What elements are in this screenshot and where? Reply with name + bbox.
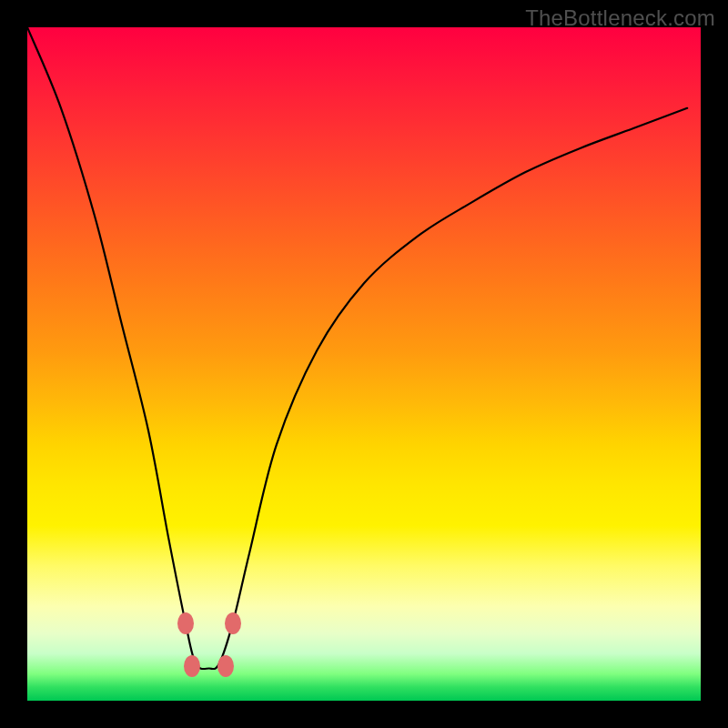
curve-marker	[217, 655, 234, 677]
curve-marker	[225, 612, 241, 634]
curve-marker	[184, 655, 200, 677]
chart-stage: TheBottleneck.com	[0, 0, 728, 728]
bottleneck-curve	[27, 27, 701, 701]
curve-path	[27, 27, 687, 669]
curve-marker	[177, 612, 194, 634]
plot-area	[27, 27, 701, 701]
